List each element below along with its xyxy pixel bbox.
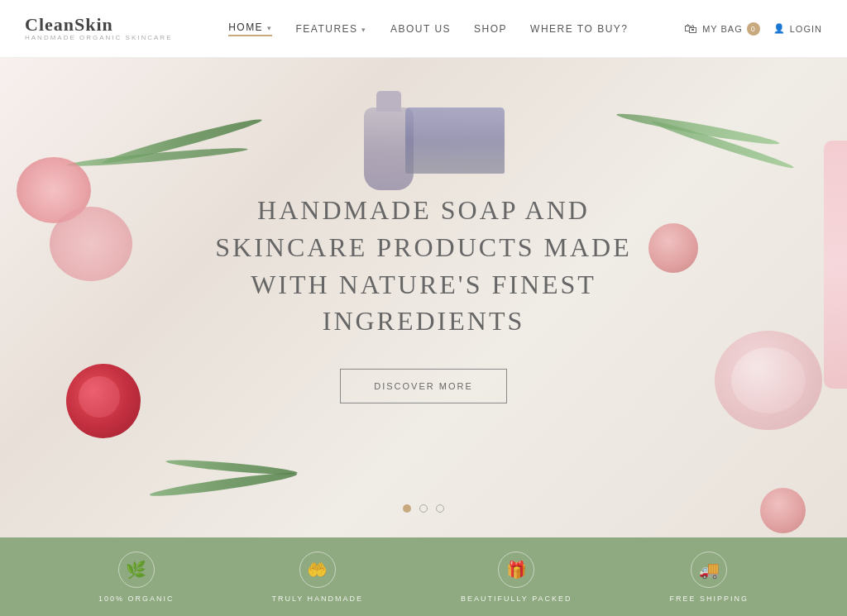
- logo-name-end: Skin: [74, 14, 113, 35]
- login-button[interactable]: 👤 LOGIN: [773, 23, 822, 34]
- ribbon-decoration: [824, 141, 847, 389]
- nav-item-features[interactable]: FEATURES ▾: [295, 23, 366, 35]
- hero-section: HANDMADE SOAP AND SKINCARE PRODUCTS MADE…: [0, 58, 847, 537]
- bag-icon: 🛍: [684, 21, 698, 36]
- feature-packed: 🎁 BEAUTIFULLY PACKED: [461, 552, 572, 603]
- bag-button[interactable]: 🛍 MY BAG 0: [684, 21, 760, 36]
- carousel-dot-2[interactable]: [419, 504, 428, 513]
- packed-label: BEAUTIFULLY PACKED: [461, 595, 572, 603]
- hero-content: HANDMADE SOAP AND SKINCARE PRODUCTS MADE…: [212, 192, 635, 404]
- hero-title: HANDMADE SOAP AND SKINCARE PRODUCTS MADE…: [212, 192, 635, 340]
- rose-bud-decoration: [760, 488, 806, 533]
- logo[interactable]: CleanSkin Handmade Organic Skincare: [25, 15, 172, 42]
- nav-right: 🛍 MY BAG 0 👤 LOGIN: [684, 21, 822, 36]
- organic-icon: 🌿: [118, 552, 155, 588]
- chevron-down-icon: ▾: [267, 24, 273, 32]
- logo-text: CleanSkin: [25, 15, 172, 35]
- nav-item-about[interactable]: AbouT Us: [390, 23, 451, 35]
- login-label: LOGIN: [790, 24, 822, 34]
- features-bar: 🌿 100% ORGANIC 🤲 TRULY HANDMADE 🎁 BEAUTI…: [0, 537, 847, 616]
- carousel-dot-1[interactable]: [403, 504, 411, 513]
- nav-item-where[interactable]: WHERE TO BUY?: [530, 23, 628, 35]
- logo-name-start: Clean: [25, 14, 74, 35]
- nav-item-home[interactable]: HOME ▾: [228, 21, 272, 36]
- shipping-icon: 🚚: [691, 552, 727, 588]
- lavender-decoration: [405, 107, 505, 174]
- bag-label: MY BAG: [702, 24, 743, 34]
- bag-count-badge: 0: [747, 22, 760, 36]
- chevron-down-icon: ▾: [361, 26, 367, 34]
- user-icon: 👤: [773, 23, 786, 34]
- nav-item-shop[interactable]: SHOP: [474, 23, 507, 35]
- discover-more-button[interactable]: DISCOVER MORE: [340, 369, 507, 404]
- feature-shipping: 🚚 FREE SHIPPING: [669, 552, 749, 603]
- logo-tagline: Handmade Organic Skincare: [25, 35, 172, 42]
- rose-decoration: [58, 356, 149, 446]
- carousel-dots: [403, 504, 444, 513]
- main-nav: HOME ▾ FEATURES ▾ AbouT Us SHOP WHERE TO…: [228, 21, 628, 36]
- packed-icon: 🎁: [498, 552, 534, 588]
- feature-handmade: 🤲 TRULY HANDMADE: [271, 552, 363, 603]
- carousel-dot-3[interactable]: [436, 504, 444, 513]
- feature-organic: 🌿 100% ORGANIC: [98, 552, 175, 603]
- pink-dish-decoration: [50, 207, 132, 281]
- crystal-bowl-decoration: [715, 331, 822, 430]
- handmade-icon: 🤲: [299, 552, 336, 588]
- header: CleanSkin Handmade Organic Skincare HOME…: [0, 0, 847, 58]
- shipping-label: FREE SHIPPING: [669, 595, 749, 603]
- rose-bud-decoration: [648, 223, 698, 273]
- organic-label: 100% ORGANIC: [98, 595, 175, 603]
- handmade-label: TRULY HANDMADE: [271, 595, 363, 603]
